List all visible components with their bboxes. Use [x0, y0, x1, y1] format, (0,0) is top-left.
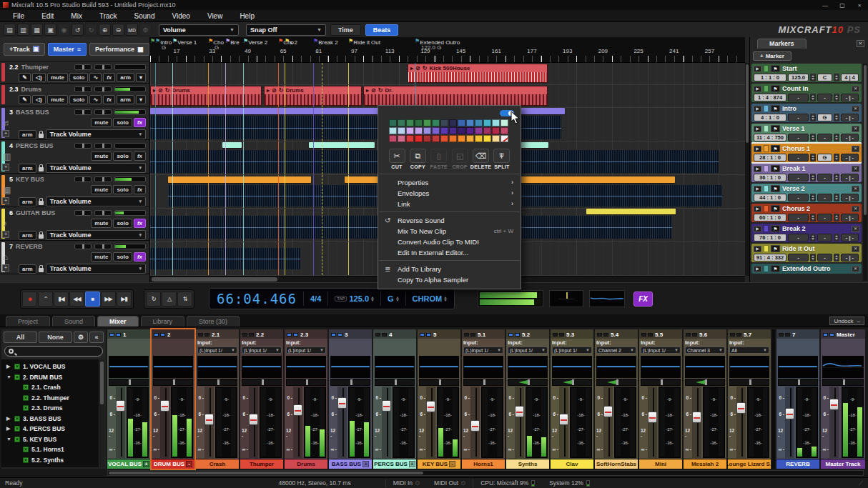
menu-item-link[interactable]: Link› — [378, 199, 521, 209]
tempo-spinner[interactable] — [810, 94, 816, 101]
channel-pan-slider[interactable] — [153, 379, 193, 386]
fx-button[interactable]: fx — [134, 151, 146, 161]
color-swatch[interactable] — [500, 127, 508, 134]
master-fx-button[interactable]: FX — [633, 292, 653, 307]
input-select[interactable]: (L)Input 1/▼ — [242, 347, 282, 354]
solo-button[interactable]: solo — [69, 95, 88, 104]
mixer-channel-5.1[interactable]: 5.1Input:(L)Input 1/▼0 -6 -12 -∞ --9--18… — [462, 329, 505, 469]
marker-position[interactable]: 36 : 1 : 0 — [754, 174, 786, 181]
delete-marker-icon[interactable]: ✕ — [852, 106, 859, 112]
expand-icon[interactable]: ▶ — [754, 226, 761, 232]
mixer-channel-7[interactable]: 70 -6 -12 -∞ --9--18--27--36-REVERB — [776, 329, 819, 469]
color-swatch[interactable] — [458, 135, 465, 142]
color-swatch[interactable] — [483, 127, 491, 134]
track-enable-checkbox[interactable]: ✕ — [23, 384, 29, 390]
channel-fader[interactable] — [426, 387, 435, 458]
marker-tempo[interactable]: - — [788, 174, 809, 181]
select-all-button[interactable]: All — [4, 332, 37, 343]
marker-time-signature[interactable]: - | - — [841, 214, 859, 221]
color-swatch[interactable] — [492, 119, 500, 126]
color-swatch[interactable] — [466, 135, 474, 142]
track-pan-slider[interactable] — [74, 86, 92, 92]
fx-button[interactable]: fx — [103, 95, 115, 104]
color-swatch[interactable] — [458, 119, 465, 126]
expand-icon[interactable]: ▶ — [754, 106, 761, 112]
arm-button[interactable]: arm — [117, 95, 134, 104]
key-spinner[interactable] — [834, 154, 839, 161]
tree-scrollbar[interactable] — [99, 359, 104, 467]
midi-clip-bar[interactable] — [168, 176, 311, 183]
tree-arrow-icon[interactable]: ▼ — [6, 437, 11, 442]
close-button[interactable]: × — [851, 0, 868, 10]
menu-sound[interactable]: Sound — [126, 12, 164, 20]
marker-position[interactable]: 1 : 4 : 874 — [754, 94, 786, 101]
key-spinner[interactable] — [834, 234, 839, 241]
audio-waveform-region[interactable] — [150, 150, 379, 173]
tree-item-2-drum-bus[interactable]: ▼✕2. DRUM BUS — [1, 372, 99, 383]
pan-handle[interactable] — [843, 379, 845, 385]
lock-icon[interactable] — [39, 201, 44, 205]
metronome-button[interactable]: △ — [162, 292, 177, 307]
marker-position[interactable]: 76 : 1 : 0 — [754, 234, 786, 241]
color-swatch[interactable] — [415, 127, 423, 134]
marker-flag-verse-1[interactable]: ⚑Verse 1 — [172, 38, 197, 46]
channel-fader[interactable] — [160, 387, 169, 458]
fader-handle[interactable] — [785, 408, 794, 419]
channel-name-label[interactable]: Crash — [196, 459, 239, 469]
lock-icon[interactable] — [39, 134, 44, 138]
expand-icon[interactable]: ▶ — [754, 126, 761, 132]
be­ats-mode-button[interactable]: Beats — [365, 24, 399, 36]
channel-pan-slider[interactable] — [508, 379, 548, 386]
channel-eq-display[interactable] — [778, 356, 818, 378]
settings-icon[interactable]: ⚙ — [139, 24, 152, 36]
input-select[interactable]: (L)Input 1/▼ — [508, 347, 548, 354]
color-swatch[interactable] — [449, 127, 457, 134]
mixer-channel-2.3[interactable]: 2.3Input:(L)Input 1/▼0 -6 -12 -∞ --9--18… — [285, 329, 327, 469]
marker-tempo[interactable]: - — [788, 234, 809, 241]
channel-fader[interactable] — [692, 387, 701, 458]
pencil-icon[interactable]: ✎ — [19, 73, 31, 82]
channel-eq-display[interactable] — [197, 356, 237, 378]
channel-eq-display[interactable] — [109, 356, 149, 378]
track-volume-slider[interactable] — [94, 143, 112, 149]
track-volume-select[interactable]: Track Volume▾ — [46, 196, 146, 206]
channel-name-label[interactable]: BASS BUS+ — [329, 459, 372, 469]
track-volume-select[interactable]: Track Volume▾ — [46, 264, 146, 274]
pan-handle[interactable] — [350, 379, 352, 385]
pan-handle[interactable] — [262, 379, 264, 385]
color-swatch[interactable] — [440, 119, 448, 126]
mute-button[interactable]: mute — [91, 219, 112, 228]
marker-row-count-in[interactable]: ▶⚑Count In✕1 : 4 : 874--- | - — [751, 84, 862, 102]
delete-marker-icon[interactable]: ✕ — [852, 226, 859, 232]
color-swatch[interactable] — [440, 135, 448, 142]
mixer-channel-5.3[interactable]: 5.3Input:(L)Input 1/▼0 -6 -12 -∞ --9--18… — [551, 329, 593, 469]
mixer-channel-5.4[interactable]: 5.4Input:Channel 2▼0 -6 -12 -∞ --9--18--… — [595, 329, 638, 469]
channel-pan-slider[interactable] — [552, 379, 592, 386]
fader-handle[interactable] — [470, 420, 480, 432]
marker-key[interactable]: - — [817, 134, 832, 141]
pan-handle[interactable] — [749, 379, 751, 385]
speaker-icon[interactable]: ◁) — [32, 73, 46, 82]
marker-time-signature[interactable]: - | - — [841, 154, 859, 161]
channel-name-label[interactable]: KEY BUS- — [418, 459, 460, 469]
track-pan-slider[interactable] — [74, 109, 92, 115]
loop-button[interactable]: ↻ — [146, 292, 161, 307]
key-spinner[interactable] — [834, 174, 839, 181]
pan-handle[interactable] — [395, 379, 397, 385]
zoom-out-icon[interactable]: ⊖ — [112, 24, 124, 36]
track-header-4[interactable]: 4PERCS BUS▥mutesolofxarmTrack Volume▾+ — [0, 140, 149, 174]
key-spinner[interactable] — [834, 94, 839, 101]
channel-name-label[interactable]: REVERB — [776, 459, 819, 469]
add-subtrack-button[interactable]: + — [2, 164, 9, 171]
audio-clip[interactable]: ▸⊘↻Kick 500House — [408, 64, 548, 83]
mixer-scrollbar[interactable] — [107, 470, 864, 476]
channel-eq-display[interactable] — [330, 356, 370, 378]
pan-handle[interactable] — [217, 379, 220, 385]
snap-select[interactable]: Snap Off▼ — [246, 24, 326, 36]
channel-eq-display[interactable] — [286, 356, 326, 378]
pan-handle[interactable] — [705, 379, 707, 385]
channel-fader[interactable] — [382, 387, 391, 458]
channel-pan-slider[interactable] — [109, 379, 149, 386]
channel-eq-display[interactable] — [153, 356, 193, 378]
arm-button[interactable]: arm — [19, 130, 36, 139]
